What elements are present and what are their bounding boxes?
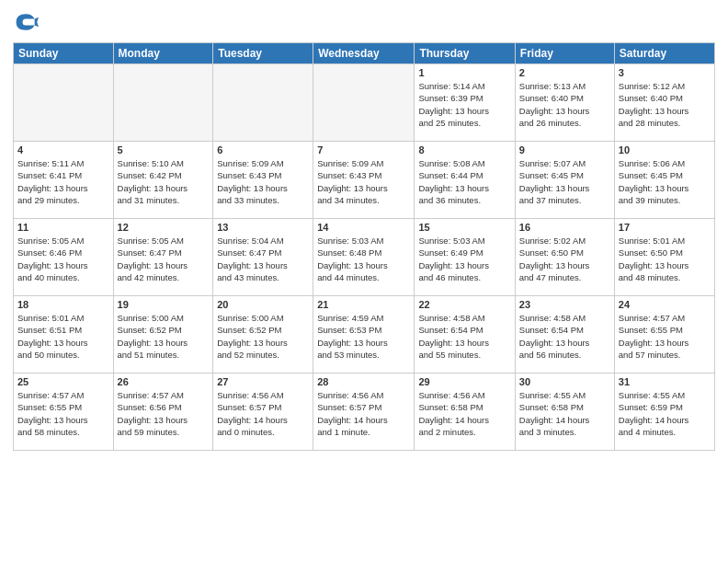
col-header-friday: Friday — [515, 43, 614, 64]
day-number: 6 — [217, 144, 309, 155]
week-row-2: 4Sunrise: 5:11 AM Sunset: 6:41 PM Daylig… — [14, 142, 715, 219]
day-number: 29 — [418, 376, 510, 387]
day-number: 3 — [619, 67, 711, 78]
day-info: Sunrise: 5:05 AM Sunset: 6:46 PM Dayligh… — [17, 235, 109, 283]
day-info: Sunrise: 5:12 AM Sunset: 6:40 PM Dayligh… — [619, 80, 711, 129]
day-info: Sunrise: 4:55 AM Sunset: 6:58 PM Dayligh… — [519, 389, 610, 438]
day-info: Sunrise: 4:55 AM Sunset: 6:59 PM Dayligh… — [619, 389, 711, 438]
col-header-thursday: Thursday — [415, 43, 515, 64]
col-header-tuesday: Tuesday — [213, 43, 313, 64]
day-info: Sunrise: 4:56 AM Sunset: 6:57 PM Dayligh… — [217, 389, 309, 438]
day-info: Sunrise: 5:10 AM Sunset: 6:42 PM Dayligh… — [118, 157, 210, 206]
day-cell — [14, 64, 114, 142]
day-cell: 28Sunrise: 4:56 AM Sunset: 6:57 PM Dayli… — [313, 373, 415, 451]
day-info: Sunrise: 5:14 AM Sunset: 6:39 PM Dayligh… — [418, 80, 510, 129]
day-number: 28 — [317, 376, 410, 387]
day-cell: 24Sunrise: 4:57 AM Sunset: 6:55 PM Dayli… — [614, 296, 714, 373]
day-cell: 2Sunrise: 5:13 AM Sunset: 6:40 PM Daylig… — [515, 64, 614, 142]
day-cell: 27Sunrise: 4:56 AM Sunset: 6:57 PM Dayli… — [213, 373, 313, 451]
day-cell: 19Sunrise: 5:00 AM Sunset: 6:52 PM Dayli… — [113, 296, 213, 373]
day-number: 10 — [619, 144, 711, 155]
day-info: Sunrise: 5:04 AM Sunset: 6:47 PM Dayligh… — [217, 235, 309, 283]
week-row-3: 11Sunrise: 5:05 AM Sunset: 6:46 PM Dayli… — [14, 219, 715, 296]
day-cell: 15Sunrise: 5:03 AM Sunset: 6:49 PM Dayli… — [415, 219, 515, 296]
day-cell: 10Sunrise: 5:06 AM Sunset: 6:45 PM Dayli… — [614, 142, 714, 219]
day-cell: 3Sunrise: 5:12 AM Sunset: 6:40 PM Daylig… — [614, 64, 714, 142]
day-number: 18 — [17, 299, 109, 310]
day-cell: 16Sunrise: 5:02 AM Sunset: 6:50 PM Dayli… — [515, 219, 614, 296]
day-cell: 25Sunrise: 4:57 AM Sunset: 6:55 PM Dayli… — [14, 373, 114, 451]
day-info: Sunrise: 5:00 AM Sunset: 6:52 PM Dayligh… — [217, 312, 309, 361]
day-cell: 7Sunrise: 5:09 AM Sunset: 6:43 PM Daylig… — [313, 142, 415, 219]
day-number: 13 — [217, 222, 309, 233]
day-number: 20 — [217, 299, 309, 310]
week-row-4: 18Sunrise: 5:01 AM Sunset: 6:51 PM Dayli… — [14, 296, 715, 373]
week-row-1: 1Sunrise: 5:14 AM Sunset: 6:39 PM Daylig… — [14, 64, 715, 142]
day-number: 30 — [519, 376, 610, 387]
day-info: Sunrise: 5:08 AM Sunset: 6:44 PM Dayligh… — [418, 157, 510, 206]
day-number: 4 — [17, 144, 109, 155]
day-number: 15 — [418, 222, 510, 233]
day-cell: 5Sunrise: 5:10 AM Sunset: 6:42 PM Daylig… — [113, 142, 213, 219]
col-header-wednesday: Wednesday — [313, 43, 415, 64]
day-info: Sunrise: 5:03 AM Sunset: 6:49 PM Dayligh… — [418, 235, 510, 283]
day-number: 19 — [118, 299, 210, 310]
col-header-monday: Monday — [113, 43, 213, 64]
day-info: Sunrise: 5:02 AM Sunset: 6:50 PM Dayligh… — [519, 235, 610, 283]
day-info: Sunrise: 4:58 AM Sunset: 6:54 PM Dayligh… — [519, 312, 610, 361]
day-number: 23 — [519, 299, 610, 310]
day-info: Sunrise: 4:56 AM Sunset: 6:58 PM Dayligh… — [418, 389, 510, 438]
col-header-sunday: Sunday — [14, 43, 114, 64]
day-info: Sunrise: 4:56 AM Sunset: 6:57 PM Dayligh… — [317, 389, 410, 438]
day-cell: 9Sunrise: 5:07 AM Sunset: 6:45 PM Daylig… — [515, 142, 614, 219]
page: SundayMondayTuesdayWednesdayThursdayFrid… — [0, 0, 728, 563]
day-cell: 8Sunrise: 5:08 AM Sunset: 6:44 PM Daylig… — [415, 142, 515, 219]
day-info: Sunrise: 5:00 AM Sunset: 6:52 PM Dayligh… — [118, 312, 210, 361]
header — [13, 9, 715, 35]
day-info: Sunrise: 5:03 AM Sunset: 6:48 PM Dayligh… — [317, 235, 410, 283]
day-info: Sunrise: 4:57 AM Sunset: 6:55 PM Dayligh… — [619, 312, 711, 361]
logo — [13, 9, 42, 35]
day-info: Sunrise: 5:01 AM Sunset: 6:50 PM Dayligh… — [619, 235, 711, 283]
day-info: Sunrise: 4:59 AM Sunset: 6:53 PM Dayligh… — [317, 312, 410, 361]
day-info: Sunrise: 5:09 AM Sunset: 6:43 PM Dayligh… — [217, 157, 309, 206]
day-number: 21 — [317, 299, 410, 310]
day-number: 8 — [418, 144, 510, 155]
day-cell: 1Sunrise: 5:14 AM Sunset: 6:39 PM Daylig… — [415, 64, 515, 142]
day-number: 5 — [118, 144, 210, 155]
day-number: 27 — [217, 376, 309, 387]
day-number: 1 — [418, 67, 510, 78]
day-cell: 30Sunrise: 4:55 AM Sunset: 6:58 PM Dayli… — [515, 373, 614, 451]
day-number: 31 — [619, 376, 711, 387]
day-cell: 31Sunrise: 4:55 AM Sunset: 6:59 PM Dayli… — [614, 373, 714, 451]
day-info: Sunrise: 5:09 AM Sunset: 6:43 PM Dayligh… — [317, 157, 410, 206]
day-cell: 13Sunrise: 5:04 AM Sunset: 6:47 PM Dayli… — [213, 219, 313, 296]
day-cell: 6Sunrise: 5:09 AM Sunset: 6:43 PM Daylig… — [213, 142, 313, 219]
day-cell — [113, 64, 213, 142]
day-info: Sunrise: 4:57 AM Sunset: 6:56 PM Dayligh… — [118, 389, 210, 438]
day-number: 11 — [17, 222, 109, 233]
day-number: 26 — [118, 376, 210, 387]
day-cell — [213, 64, 313, 142]
day-number: 25 — [17, 376, 109, 387]
day-info: Sunrise: 5:07 AM Sunset: 6:45 PM Dayligh… — [519, 157, 610, 206]
day-number: 24 — [619, 299, 711, 310]
calendar-header-row: SundayMondayTuesdayWednesdayThursdayFrid… — [14, 43, 715, 64]
col-header-saturday: Saturday — [614, 43, 714, 64]
day-number: 14 — [317, 222, 410, 233]
day-cell: 29Sunrise: 4:56 AM Sunset: 6:58 PM Dayli… — [415, 373, 515, 451]
day-info: Sunrise: 4:58 AM Sunset: 6:54 PM Dayligh… — [418, 312, 510, 361]
day-cell: 26Sunrise: 4:57 AM Sunset: 6:56 PM Dayli… — [113, 373, 213, 451]
day-cell: 21Sunrise: 4:59 AM Sunset: 6:53 PM Dayli… — [313, 296, 415, 373]
day-number: 9 — [519, 144, 610, 155]
week-row-5: 25Sunrise: 4:57 AM Sunset: 6:55 PM Dayli… — [14, 373, 715, 451]
day-number: 22 — [418, 299, 510, 310]
day-number: 16 — [519, 222, 610, 233]
day-info: Sunrise: 5:05 AM Sunset: 6:47 PM Dayligh… — [118, 235, 210, 283]
day-info: Sunrise: 4:57 AM Sunset: 6:55 PM Dayligh… — [17, 389, 109, 438]
logo-icon — [13, 9, 39, 35]
day-info: Sunrise: 5:01 AM Sunset: 6:51 PM Dayligh… — [17, 312, 109, 361]
day-cell: 12Sunrise: 5:05 AM Sunset: 6:47 PM Dayli… — [113, 219, 213, 296]
day-cell — [313, 64, 415, 142]
day-info: Sunrise: 5:13 AM Sunset: 6:40 PM Dayligh… — [519, 80, 610, 129]
